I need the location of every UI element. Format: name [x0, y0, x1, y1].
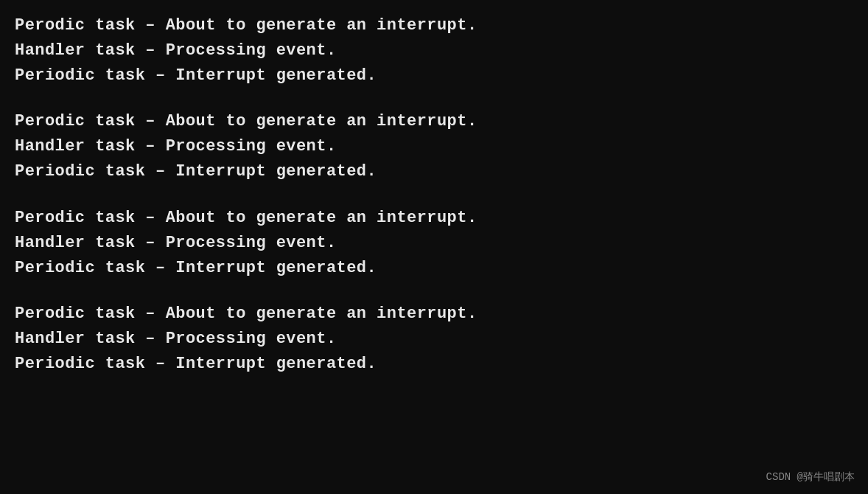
- output-block-1: Perodic task – About to generate an inte…: [15, 109, 853, 184]
- terminal-window: Perodic task – About to generate an inte…: [0, 0, 868, 494]
- output-line-2-0: Perodic task – About to generate an inte…: [15, 206, 853, 231]
- output-block-0: Perodic task – About to generate an inte…: [15, 13, 853, 88]
- output-line-0-0: Perodic task – About to generate an inte…: [15, 13, 853, 38]
- output-line-1-0: Perodic task – About to generate an inte…: [15, 109, 853, 134]
- output-block-3: Perodic task – About to generate an inte…: [15, 302, 853, 377]
- output-line-2-2: Periodic task – Interrupt generated.: [15, 256, 853, 281]
- output-line-3-2: Periodic task – Interrupt generated.: [15, 352, 853, 377]
- output-line-3-0: Perodic task – About to generate an inte…: [15, 302, 853, 327]
- output-line-2-1: Handler task – Processing event.: [15, 231, 853, 256]
- output-line-0-2: Periodic task – Interrupt generated.: [15, 63, 853, 88]
- watermark: CSDN @骑牛唱剧本: [766, 470, 855, 484]
- output-line-3-1: Handler task – Processing event.: [15, 327, 853, 352]
- output-line-1-2: Periodic task – Interrupt generated.: [15, 159, 853, 184]
- output-line-1-1: Handler task – Processing event.: [15, 134, 853, 159]
- output-line-0-1: Handler task – Processing event.: [15, 38, 853, 63]
- output-container: Perodic task – About to generate an inte…: [15, 13, 853, 377]
- output-block-2: Perodic task – About to generate an inte…: [15, 206, 853, 281]
